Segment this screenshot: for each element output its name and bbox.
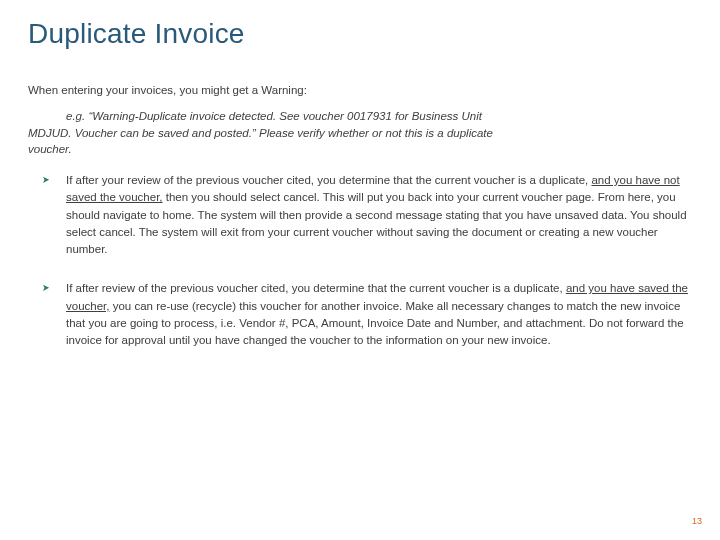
bullet-post: you can re-use (recycle) this voucher fo…: [66, 300, 684, 347]
example-lead: e.g. “Warning-Duplicate invoice detected…: [66, 110, 482, 122]
bullet-list: If after your review of the previous vou…: [28, 172, 692, 349]
intro-text: When entering your invoices, you might g…: [28, 84, 692, 96]
bullet-pre: If after your review of the previous vou…: [66, 174, 591, 186]
list-item: If after your review of the previous vou…: [46, 172, 692, 258]
bullet-pre: If after review of the previous voucher …: [66, 282, 566, 294]
page-title: Duplicate Invoice: [28, 18, 692, 50]
list-item: If after review of the previous voucher …: [46, 280, 692, 349]
example-rest: MDJUD. Voucher can be saved and posted.”…: [28, 127, 493, 139]
example-last: voucher.: [28, 143, 72, 155]
page-number: 13: [692, 516, 702, 526]
example-block: e.g. “Warning-Duplicate invoice detected…: [28, 108, 692, 158]
